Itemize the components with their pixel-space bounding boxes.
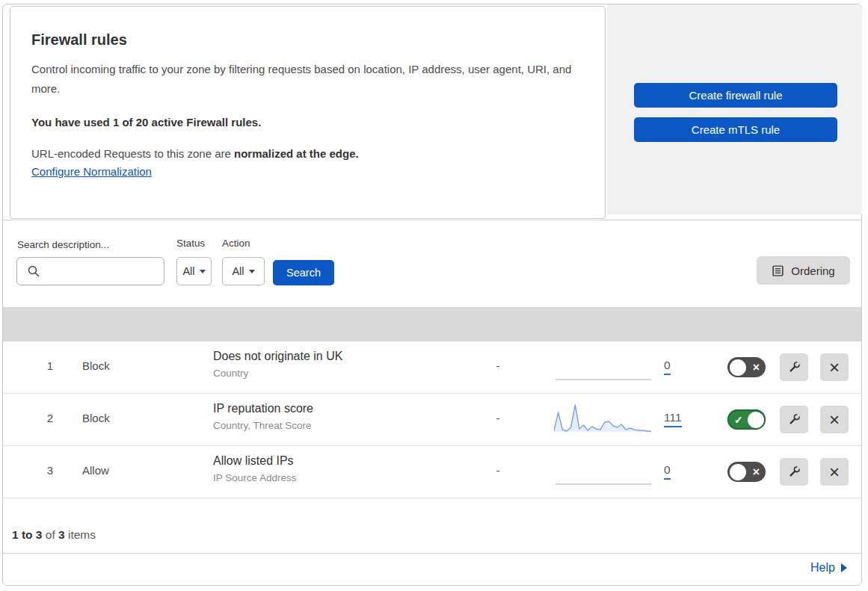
- top-divider: [3, 220, 861, 220]
- rule-priority: 2: [41, 412, 59, 424]
- range-text: 1 to 3: [12, 528, 42, 541]
- edit-rule-button[interactable]: [780, 458, 808, 486]
- ordering-button[interactable]: Ordering: [757, 256, 850, 285]
- ordering-button-label: Ordering: [791, 264, 834, 277]
- chevron-down-icon: [200, 270, 206, 273]
- actions-side-panel: [607, 4, 862, 214]
- x-icon: ×: [829, 411, 840, 429]
- pagination-summary: 1 to 3 of 3 items: [12, 528, 96, 542]
- help-label: Help: [810, 561, 835, 575]
- arrow-right-icon: [841, 563, 847, 572]
- rule-fields: Country: [213, 368, 342, 379]
- normalization-note: URL-encoded Requests to this zone are no…: [31, 147, 584, 160]
- rule-action: Block: [82, 359, 110, 372]
- activity-sparkline: [554, 400, 653, 433]
- table-row: 2 Block IP reputation score Country, Thr…: [3, 394, 861, 446]
- rule-title: IP reputation score: [213, 402, 313, 415]
- configure-normalization-link[interactable]: Configure Normalization: [31, 165, 152, 178]
- edit-rule-button[interactable]: [780, 406, 808, 433]
- status-filter-value: All: [182, 265, 194, 277]
- rule-priority: 3: [41, 464, 59, 477]
- rule-enable-toggle[interactable]: ×: [727, 357, 766, 377]
- toggle-knob: [730, 359, 746, 376]
- search-input[interactable]: [16, 257, 164, 285]
- activity-sparkline: [554, 348, 653, 381]
- wrench-icon: [788, 361, 801, 374]
- rule-csr-value: -: [480, 412, 516, 424]
- usage-summary: You have used 1 of 20 active Firewall ru…: [31, 116, 584, 129]
- header-card: Firewall rules Control incoming traffic …: [10, 6, 606, 219]
- of-text: of: [46, 528, 55, 541]
- rule-title: Does not originate in UK: [213, 350, 342, 363]
- activity-sparkline: [554, 453, 653, 486]
- wrench-icon: [788, 465, 801, 478]
- rule-enable-toggle[interactable]: ×: [727, 462, 766, 482]
- toggle-state-icon: ✓: [734, 414, 743, 426]
- search-button[interactable]: Search: [273, 260, 334, 285]
- toggle-state-icon: ×: [753, 465, 760, 479]
- search-label: Search description...: [17, 239, 109, 250]
- rule-csr-value: -: [480, 359, 516, 372]
- rule-csr-value: -: [480, 464, 516, 477]
- rule-description: Allow listed IPs IP Source Address: [213, 454, 297, 483]
- page-description: Control incoming traffic to your zone by…: [31, 60, 577, 99]
- action-filter-value: All: [232, 265, 244, 277]
- help-link[interactable]: Help: [810, 561, 847, 575]
- wrench-icon: [788, 413, 801, 426]
- x-icon: ×: [829, 463, 840, 481]
- toggle-state-icon: ×: [753, 361, 760, 374]
- status-filter-label: Status: [176, 238, 205, 249]
- normalization-text: URL-encoded Requests to this zone are: [31, 147, 234, 160]
- x-icon: ×: [829, 359, 840, 377]
- rule-fields: Country, Threat Score: [213, 420, 313, 431]
- list-document-icon: [772, 264, 784, 277]
- rule-priority: 1: [41, 359, 59, 372]
- bottom-divider: [3, 553, 861, 554]
- action-filter-label: Action: [222, 238, 250, 249]
- rule-title: Allow listed IPs: [213, 454, 297, 468]
- table-row: 1 Block Does not originate in UK Country…: [3, 341, 861, 394]
- activity-count-link[interactable]: 0: [664, 359, 671, 375]
- status-filter-dropdown[interactable]: All: [176, 257, 212, 285]
- normalization-bold: normalized at the edge.: [234, 147, 359, 160]
- firewall-rules-page: Firewall rules Control incoming traffic …: [0, 0, 868, 591]
- create-mtls-rule-button[interactable]: Create mTLS rule: [634, 117, 837, 142]
- toggle-knob: [730, 464, 746, 480]
- rule-enable-toggle[interactable]: ✓: [727, 409, 766, 430]
- delete-rule-button[interactable]: ×: [820, 406, 849, 433]
- chevron-down-icon: [249, 270, 255, 273]
- total-text: 3: [58, 528, 65, 541]
- page-title: Firewall rules: [31, 31, 584, 49]
- table-row: 3 Allow Allow listed IPs IP Source Addre…: [3, 446, 861, 498]
- rule-fields: IP Source Address: [213, 472, 297, 483]
- delete-rule-button[interactable]: ×: [820, 353, 849, 381]
- items-text: items: [68, 528, 96, 541]
- delete-rule-button[interactable]: ×: [820, 458, 849, 486]
- rule-action: Block: [82, 412, 110, 424]
- activity-count-link[interactable]: 0: [664, 463, 671, 480]
- create-firewall-rule-button[interactable]: Create firewall rule: [634, 83, 837, 108]
- activity-count-link[interactable]: 111: [664, 411, 682, 427]
- action-filter-dropdown[interactable]: All: [222, 257, 265, 285]
- rule-description: IP reputation score Country, Threat Scor…: [213, 402, 313, 431]
- edit-rule-button[interactable]: [780, 353, 808, 381]
- rule-description: Does not originate in UK Country: [213, 350, 342, 379]
- table-header: Action Description CSRi Activity last 24…: [3, 307, 861, 341]
- rule-action: Allow: [82, 464, 109, 477]
- toggle-knob: [748, 412, 764, 428]
